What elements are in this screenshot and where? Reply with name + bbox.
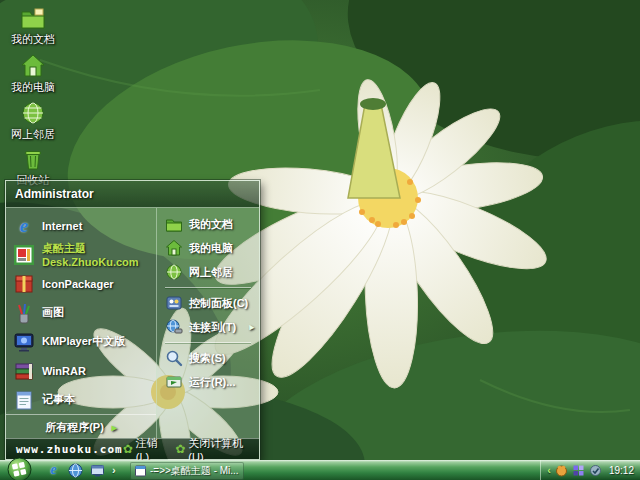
system-tray: ‹ 19:12 <box>540 460 640 480</box>
menu-item-iconpackager[interactable]: IconPackager <box>6 269 156 298</box>
tray-app-icon-3[interactable] <box>589 464 602 477</box>
shutdown-icon: ✿ <box>175 443 185 455</box>
zhuoku-theme-icon <box>13 244 35 266</box>
kmplayer-icon <box>13 331 35 353</box>
paint-icon <box>13 302 35 324</box>
search-icon <box>165 349 183 367</box>
menu-separator <box>165 287 251 288</box>
winrar-icon <box>13 360 35 382</box>
desktop-icon-label: 我的文档 <box>2 33 64 45</box>
menu-item-notepad[interactable]: 记事本 <box>6 385 156 414</box>
tray-collapse-chevron[interactable]: ‹ <box>547 464 551 476</box>
menu-item-zhuoku-theme[interactable]: 桌酷主题Desk.ZhuoKu.com <box>6 240 156 269</box>
show-desktop-icon[interactable] <box>90 463 105 478</box>
desktop-icon-network-places[interactable]: 网上邻居 <box>2 100 64 140</box>
start-menu: Administrator e Internet 桌酷主题De <box>5 180 260 460</box>
recycle-bin-icon <box>20 146 46 172</box>
connect-to-icon <box>165 318 183 336</box>
notepad-icon <box>13 389 35 411</box>
my-documents-icon <box>165 215 183 233</box>
my-computer-icon <box>165 239 183 257</box>
logoff-icon: ✿ <box>123 443 133 455</box>
all-programs-arrow-icon: ▸ <box>112 422 117 433</box>
network-places-icon <box>165 263 183 281</box>
task-window-icon <box>135 465 146 477</box>
start-button[interactable] <box>7 457 32 480</box>
menu-item-connect-to[interactable]: 连接到(T) ▸ <box>157 315 259 339</box>
desktop-icon-label: 网上邻居 <box>2 128 64 140</box>
menu-item-run[interactable]: 运行(R)... <box>157 370 259 394</box>
logoff-button[interactable]: ✿ 注销(L) <box>123 436 167 463</box>
menu-item-paint[interactable]: 画图 <box>6 298 156 327</box>
menu-item-my-documents[interactable]: 我的文档 <box>157 212 259 236</box>
taskbar: e › -=>>桌酷主题 - Mi... ‹ <box>0 460 640 480</box>
zhuoku-site-label: www.zhuoku.com <box>6 443 123 456</box>
tray-app-icon-2[interactable] <box>572 464 585 477</box>
menu-item-winrar[interactable]: WinRAR <box>6 356 156 385</box>
start-menu-left-column: e Internet 桌酷主题Desk.ZhuoKu.com <box>6 208 157 439</box>
ie-quick-launch-icon[interactable]: e <box>46 463 61 478</box>
tray-app-icon-1[interactable] <box>555 464 568 477</box>
menu-item-network-places[interactable]: 网上邻居 <box>157 260 259 284</box>
desktop-icon-label: 我的电脑 <box>2 81 64 93</box>
taskbar-clock[interactable]: 19:12 <box>609 465 634 476</box>
start-menu-right-column: 我的文档 我的电脑 网上邻居 <box>157 208 259 439</box>
my-computer-icon <box>20 53 46 79</box>
taskbar-task-button[interactable]: -=>>桌酷主题 - Mi... <box>130 462 244 480</box>
desktop: 我的文档 我的电脑 网上邻居 回收站 Administrator <box>0 0 640 480</box>
control-panel-icon <box>165 294 183 312</box>
start-menu-footer: www.zhuoku.com ✿ 注销(L) ✿ 关闭计算机(U) <box>6 438 259 459</box>
desktop-icon-my-computer[interactable]: 我的电脑 <box>2 53 64 93</box>
menu-separator <box>165 342 251 343</box>
network-places-icon <box>20 100 46 126</box>
globe-quick-launch-icon[interactable] <box>68 463 83 478</box>
submenu-arrow-icon: ▸ <box>249 322 254 332</box>
username: Administrator <box>15 187 94 201</box>
desktop-icon-my-documents[interactable]: 我的文档 <box>2 5 64 45</box>
menu-item-internet[interactable]: e Internet <box>6 211 156 240</box>
quick-launch-overflow-chevron[interactable]: › <box>112 464 116 476</box>
task-button-label: -=>>桌酷主题 - Mi... <box>150 464 239 478</box>
run-icon <box>165 373 183 391</box>
start-menu-user-banner: Administrator <box>6 181 259 208</box>
internet-explorer-icon: e <box>13 215 35 237</box>
menu-item-kmplayer[interactable]: KMPlayer中文版 <box>6 327 156 356</box>
quick-launch-bar: e › <box>42 460 116 480</box>
iconpackager-icon <box>13 273 35 295</box>
shutdown-button[interactable]: ✿ 关闭计算机(U) <box>175 436 250 463</box>
menu-item-my-computer[interactable]: 我的电脑 <box>157 236 259 260</box>
documents-folder-icon <box>20 5 46 31</box>
menu-item-search[interactable]: 搜索(S) <box>157 346 259 370</box>
start-menu-body: e Internet 桌酷主题Desk.ZhuoKu.com <box>6 208 259 439</box>
menu-item-control-panel[interactable]: 控制面板(C) <box>157 291 259 315</box>
